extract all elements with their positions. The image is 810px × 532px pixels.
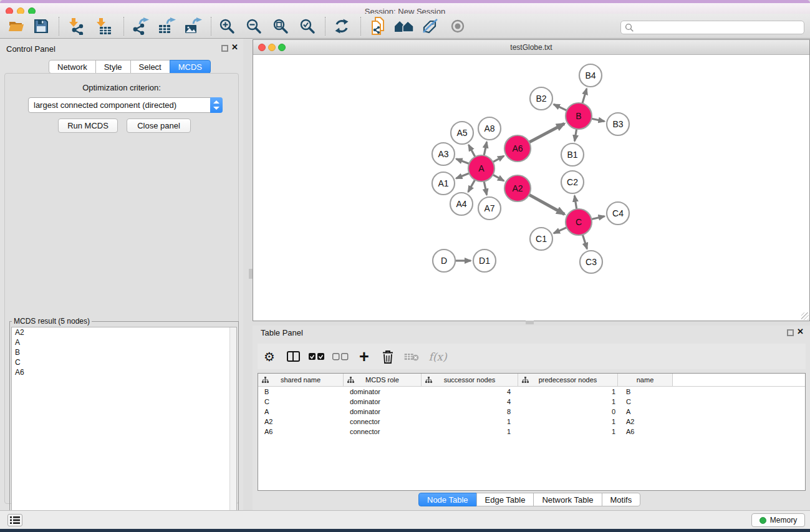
export-network-button[interactable] (128, 16, 153, 37)
edge-C-C3[interactable] (582, 235, 587, 249)
zoom-selected-button[interactable] (295, 16, 320, 37)
graph-node-A3[interactable]: A3 (432, 143, 455, 165)
table-settings-button[interactable]: ⚙ (258, 346, 281, 367)
network-hscroll-thumb[interactable] (526, 321, 534, 324)
column-header-predecessor-nodes[interactable]: predecessor nodes (518, 374, 618, 386)
graph-node-C4[interactable]: C4 (607, 202, 629, 225)
graph-node-B[interactable]: B (566, 103, 592, 129)
close-panel-button[interactable]: Close panel (127, 118, 191, 133)
zoom-fit-button[interactable] (268, 16, 293, 37)
graph-node-A6[interactable]: A6 (504, 135, 531, 162)
table-row[interactable]: Adominator80A (258, 407, 805, 417)
task-history-button[interactable] (7, 514, 22, 526)
delete-table-button[interactable] (400, 346, 423, 367)
mcds-result-item[interactable]: A6 (12, 367, 236, 377)
edge-B-B1[interactable] (575, 129, 577, 142)
edge-A-A7[interactable] (484, 181, 486, 195)
select-all-button[interactable] (305, 346, 329, 367)
graph-node-B3[interactable]: B3 (607, 113, 629, 135)
export-table-button[interactable] (155, 16, 180, 37)
graph-node-C[interactable]: C (566, 209, 592, 235)
hide-labels-button[interactable] (418, 16, 443, 37)
edge-A-A2[interactable] (493, 175, 504, 181)
open-button[interactable] (4, 16, 29, 37)
home-button[interactable] (392, 16, 417, 37)
edge-B-B2[interactable] (554, 104, 567, 110)
import-table-button[interactable] (91, 16, 116, 37)
tab-mcds[interactable]: MCDS (170, 60, 211, 74)
table-row[interactable]: Bdominator41B (258, 387, 805, 397)
clone-network-button[interactable] (365, 16, 390, 37)
zoom-in-button[interactable] (215, 16, 239, 37)
table-row[interactable]: Cdominator41C (258, 397, 805, 407)
tab-motifs[interactable]: Motifs (602, 493, 641, 506)
graph-node-A5[interactable]: A5 (451, 122, 473, 144)
add-column-button[interactable]: + (352, 346, 376, 367)
graph-node-B4[interactable]: B4 (579, 64, 602, 87)
control-panel-float-icon[interactable] (221, 45, 228, 52)
network-canvas[interactable]: B4B2BB3B1A5A8A6A3AA1C2A2A4A7C4CC1C3DD1 (253, 55, 809, 321)
graph-node-A4[interactable]: A4 (450, 193, 473, 215)
edge-A6-B[interactable] (529, 123, 564, 142)
search-input[interactable] (634, 22, 804, 32)
zoom-out-button[interactable] (241, 16, 266, 37)
graph-node-A2[interactable]: A2 (504, 175, 531, 201)
node-table[interactable]: shared nameMCDS rolesuccessor nodesprede… (258, 373, 806, 491)
delete-column-button[interactable] (376, 346, 400, 367)
edge-A2-C[interactable] (529, 195, 564, 214)
mcds-result-item[interactable]: B (12, 347, 236, 357)
graph-node-B2[interactable]: B2 (530, 87, 552, 110)
edge-C-C2[interactable] (574, 196, 576, 210)
export-image-button[interactable] (181, 16, 206, 37)
edge-A-A3[interactable] (456, 159, 470, 164)
column-header-successor-nodes[interactable]: successor nodes (422, 374, 518, 386)
save-button[interactable] (29, 16, 54, 37)
column-header-name[interactable]: name (618, 374, 673, 386)
graph-node-C1[interactable]: C1 (530, 228, 552, 250)
mcds-result-item[interactable]: A (12, 337, 236, 347)
search-field[interactable] (620, 21, 804, 34)
graph-node-B1[interactable]: B1 (561, 143, 584, 166)
edge-A-A8[interactable] (484, 142, 486, 156)
run-mcds-button[interactable]: Run MCDS (58, 118, 118, 133)
main-titlebar[interactable]: Session: New Session (0, 3, 810, 14)
edge-A-A5[interactable] (469, 145, 475, 157)
function-builder-button[interactable]: f(x) (423, 346, 452, 367)
graph-node-D1[interactable]: D1 (473, 249, 496, 272)
table-panel-float-icon[interactable] (787, 329, 794, 336)
edge-C-C1[interactable] (554, 228, 567, 233)
column-header-shared-name[interactable]: shared name (258, 374, 344, 386)
graph-node-A7[interactable]: A7 (478, 197, 501, 220)
criterion-dropdown[interactable]: largest connected component (directed) (28, 97, 223, 113)
graph-node-C3[interactable]: C3 (580, 251, 602, 273)
graph-node-A[interactable]: A (468, 155, 494, 181)
edge-B-B3[interactable] (592, 118, 605, 121)
mcds-list-scrollbar[interactable] (229, 327, 236, 525)
network-window-titlebar[interactable]: testGlobe.txt (253, 40, 809, 55)
tab-network-table[interactable]: Network Table (533, 493, 602, 506)
graph-node-A1[interactable]: A1 (432, 172, 455, 195)
column-header-MCDS-role[interactable]: MCDS role (344, 374, 422, 386)
edge-A-A4[interactable] (468, 180, 475, 192)
graph-node-D[interactable]: D (433, 249, 455, 272)
table-row[interactable]: A2connector11A2 (258, 417, 805, 427)
deselect-all-button[interactable] (329, 346, 352, 367)
graph-node-A8[interactable]: A8 (478, 117, 501, 140)
mcds-result-item[interactable]: C (12, 357, 236, 367)
graph-node-C2[interactable]: C2 (561, 171, 584, 193)
tab-style[interactable]: Style (95, 60, 131, 74)
show-column-button[interactable] (281, 346, 305, 367)
table-panel-close-icon[interactable]: ✕ (797, 327, 804, 336)
mcds-result-list[interactable]: A2ABCA6 (11, 327, 237, 525)
import-network-button[interactable] (64, 16, 89, 37)
refresh-button[interactable] (329, 16, 354, 37)
show-graphics-details-button[interactable] (445, 16, 470, 37)
memory-button[interactable]: Memory (751, 513, 805, 527)
edge-A-A6[interactable] (493, 156, 504, 162)
tab-select[interactable]: Select (130, 60, 170, 74)
tab-network[interactable]: Network (49, 60, 96, 74)
edge-B-B4[interactable] (582, 89, 587, 104)
edge-C-C4[interactable] (591, 216, 604, 220)
window-resize-grip[interactable] (801, 312, 809, 320)
edge-A-A1[interactable] (456, 173, 469, 178)
